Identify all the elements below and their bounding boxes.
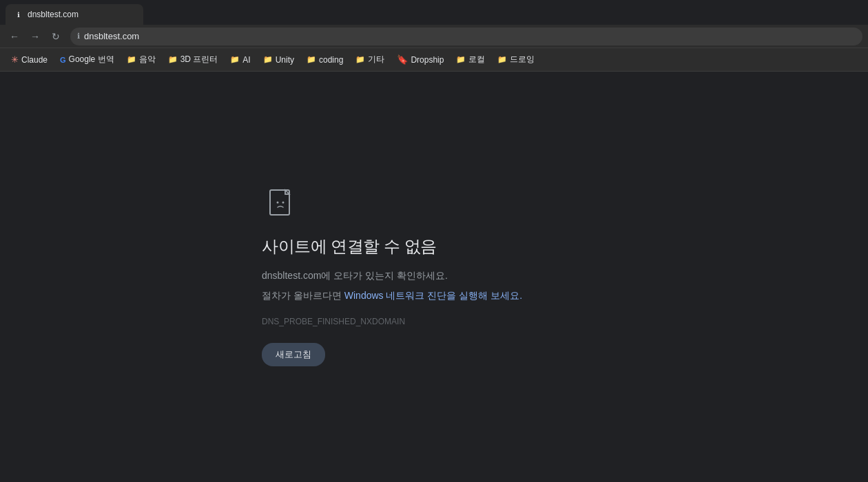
error-description-1: dnsbltest.com에 오타가 있는지 확인하세요. (262, 269, 448, 283)
bookmark-drawing[interactable]: 📁 드로잉 (492, 52, 540, 67)
back-button[interactable]: ← (6, 28, 23, 45)
browser-chrome: ℹ dnsbltest.com ← → ↻ ℹ dnsbltest.com (0, 0, 868, 48)
bookmark-dropship-icon: 🔖 (397, 54, 408, 65)
bookmark-label: Claude (21, 55, 48, 65)
bookmarks-bar: ✳ Claude G Google 번역 📁 음악 📁 3D 프린터 📁 AI … (0, 48, 868, 72)
main-content: 사이트에 연결할 수 없음 dnsbltest.com에 오타가 있는지 확인하… (0, 72, 868, 482)
address-icon: ℹ (77, 32, 80, 41)
nav-controls: ← → ↻ (6, 28, 65, 45)
reload-page-button[interactable]: 새로고침 (262, 343, 325, 366)
claude-icon: ✳ (11, 54, 19, 65)
error-code: DNS_PROBE_FINISHED_NXDOMAIN (262, 317, 405, 326)
error-container: 사이트에 연결할 수 없음 dnsbltest.com에 오타가 있는지 확인하… (262, 187, 606, 366)
bookmark-3d-printer[interactable]: 📁 3D 프린터 (163, 52, 224, 67)
nav-bar: ← → ↻ ℹ dnsbltest.com (0, 25, 868, 48)
folder-icon: 📁 (307, 55, 316, 64)
bookmark-label: Unity (276, 55, 294, 65)
folder-icon: 📁 (127, 55, 136, 64)
folder-icon: 📁 (263, 55, 273, 64)
google-translate-icon: G (60, 56, 66, 64)
svg-point-2 (282, 202, 285, 204)
bookmark-label: coding (319, 55, 343, 65)
address-text: dnsbltest.com (84, 31, 139, 41)
bookmark-label: 음악 (139, 54, 156, 65)
error-description-2: 절차가 올바르다면 Windows 네트워크 진단을 실행해 보세요. (262, 289, 522, 303)
bookmark-label: AI (242, 55, 250, 65)
active-tab[interactable]: ℹ dnsbltest.com (6, 4, 143, 25)
network-diagnostics-link[interactable]: Windows 네트워크 진단을 실행해 보세요. (344, 290, 522, 301)
bookmark-local[interactable]: 📁 로컬 (451, 52, 490, 67)
bookmark-label: 로컬 (468, 54, 485, 65)
forward-button[interactable]: → (26, 28, 44, 45)
bookmark-label: 3D 프린터 (180, 54, 218, 65)
folder-icon: 📁 (497, 55, 507, 64)
bookmark-unity[interactable]: 📁 Unity (258, 53, 300, 67)
tab-title: dnsbltest.com (28, 10, 79, 19)
folder-icon: 📁 (355, 55, 365, 64)
error-icon (265, 187, 299, 222)
folder-icon: 📁 (230, 55, 240, 64)
address-bar[interactable]: ℹ dnsbltest.com (70, 28, 862, 45)
bookmark-google-translate[interactable]: G Google 번역 (54, 52, 120, 67)
svg-point-1 (277, 202, 279, 204)
bookmark-label: Dropship (411, 55, 444, 65)
tab-bar: ℹ dnsbltest.com (0, 0, 868, 25)
tab-favicon: ℹ (14, 10, 23, 19)
bookmark-dropship[interactable]: 🔖 Dropship (391, 52, 449, 67)
folder-icon: 📁 (168, 55, 178, 64)
reload-button[interactable]: ↻ (47, 28, 65, 45)
bookmark-ai[interactable]: 📁 AI (225, 53, 256, 67)
bookmark-music[interactable]: 📁 음악 (121, 52, 161, 67)
bookmark-label: Google 번역 (69, 54, 114, 65)
bookmark-label: 기타 (368, 54, 384, 65)
error-title: 사이트에 연결할 수 없음 (262, 235, 437, 258)
bookmark-coding[interactable]: 📁 coding (301, 53, 349, 67)
bookmark-claude[interactable]: ✳ Claude (6, 52, 53, 67)
folder-icon: 📁 (456, 55, 466, 64)
bookmark-etc[interactable]: 📁 기타 (350, 52, 390, 67)
bookmark-label: 드로잉 (510, 54, 535, 65)
